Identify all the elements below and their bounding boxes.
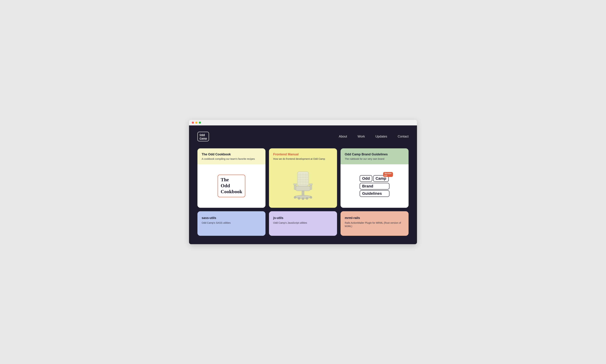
card-cookbook-description: A cookbook compiling our team's favorite… — [202, 157, 261, 161]
svg-point-20 — [298, 197, 300, 199]
content-grid: The Odd Cookbook A cookbook compiling ou… — [197, 148, 409, 236]
nav-item-work[interactable]: Work — [358, 135, 365, 138]
nav-item-about[interactable]: About — [339, 135, 347, 138]
card-mrml-rails[interactable]: mrml-rails Rails ActionMailer Plugin for… — [341, 211, 409, 236]
nav-link-work[interactable]: Work — [358, 135, 365, 138]
cookbook-logo-text: The Odd Cookbook — [221, 177, 242, 195]
nav-links: About Work Updates Contact — [339, 135, 409, 138]
logo-line2: Camp — [200, 137, 207, 140]
svg-rect-12 — [293, 183, 297, 185]
card-frontend-description: How we do frontend development at Odd Ca… — [273, 157, 333, 161]
cookbook-logo: The Odd Cookbook — [218, 175, 246, 197]
nav-item-updates[interactable]: Updates — [375, 135, 387, 138]
browser-toolbar — [189, 120, 417, 125]
card-brand-title: Odd Camp Brand Guidelines — [345, 153, 404, 156]
card-js-title: js-utils — [273, 216, 333, 220]
svg-rect-17 — [302, 191, 304, 195]
brand-logo-brand: Brand — [362, 184, 373, 188]
card-mrml-title: mrml-rails — [345, 216, 404, 220]
card-cookbook-image: The Odd Cookbook — [197, 164, 265, 208]
version-badge: Version 0.2 — [383, 172, 393, 177]
card-cookbook[interactable]: The Odd Cookbook A cookbook compiling ou… — [197, 148, 265, 208]
card-sass-description: Odd Camp's SASS utilities — [202, 221, 261, 225]
close-icon[interactable] — [192, 122, 194, 124]
minimize-icon[interactable] — [195, 122, 197, 124]
card-sass-title: sass-utils — [202, 216, 261, 220]
card-cookbook-header: The Odd Cookbook A cookbook compiling ou… — [197, 148, 265, 164]
maximize-icon[interactable] — [199, 122, 201, 124]
browser-window: Odd Camp About Work Updates Contact — [189, 120, 417, 244]
card-frontend-title: Frontend Manual — [273, 153, 333, 156]
svg-point-19 — [294, 196, 296, 198]
card-frontend-header: Frontend Manual How we do frontend devel… — [269, 148, 337, 164]
card-js-description: Odd Camp's JavaScript utilities — [273, 221, 333, 225]
card-brand[interactable]: Odd Camp Brand Guidelines The rulebook f… — [341, 148, 409, 208]
nav-item-contact[interactable]: Contact — [398, 135, 409, 138]
card-brand-image: Odd Camp Version 0.2 — [341, 164, 409, 208]
card-brand-header: Odd Camp Brand Guidelines The rulebook f… — [341, 148, 409, 164]
card-mrml-description: Rails ActionMailer Plugin for MRML (Rust… — [345, 221, 404, 228]
brand-logo-odd: Odd — [362, 176, 370, 181]
svg-rect-0 — [297, 172, 309, 186]
nav-link-updates[interactable]: Updates — [375, 135, 387, 138]
nav-link-about[interactable]: About — [339, 135, 347, 138]
card-js-utils[interactable]: js-utils Odd Camp's JavaScript utilities — [269, 211, 337, 236]
page-content: Odd Camp About Work Updates Contact — [189, 125, 417, 244]
svg-point-23 — [310, 196, 312, 198]
svg-rect-16 — [296, 186, 310, 191]
brand-logo-guidelines: Guidelines — [362, 191, 382, 196]
logo[interactable]: Odd Camp — [197, 132, 209, 141]
main-nav: Odd Camp About Work Updates Contact — [197, 132, 409, 141]
svg-rect-13 — [309, 183, 313, 185]
nav-link-contact[interactable]: Contact — [398, 135, 409, 138]
logo-line1: Odd — [200, 133, 207, 137]
card-frontend[interactable]: Frontend Manual How we do frontend devel… — [269, 148, 337, 208]
cookbook-logo-box: The Odd Cookbook — [218, 175, 246, 197]
svg-point-22 — [306, 197, 308, 199]
chair-icon — [287, 169, 319, 204]
brand-logo: Odd Camp Version 0.2 — [360, 175, 389, 197]
card-brand-description: The rulebook for our very own brand — [345, 157, 404, 161]
svg-point-21 — [302, 198, 304, 200]
card-sass-utils[interactable]: sass-utils Odd Camp's SASS utilities — [197, 211, 265, 236]
card-cookbook-title: The Odd Cookbook — [202, 153, 261, 156]
card-frontend-image — [269, 164, 337, 208]
